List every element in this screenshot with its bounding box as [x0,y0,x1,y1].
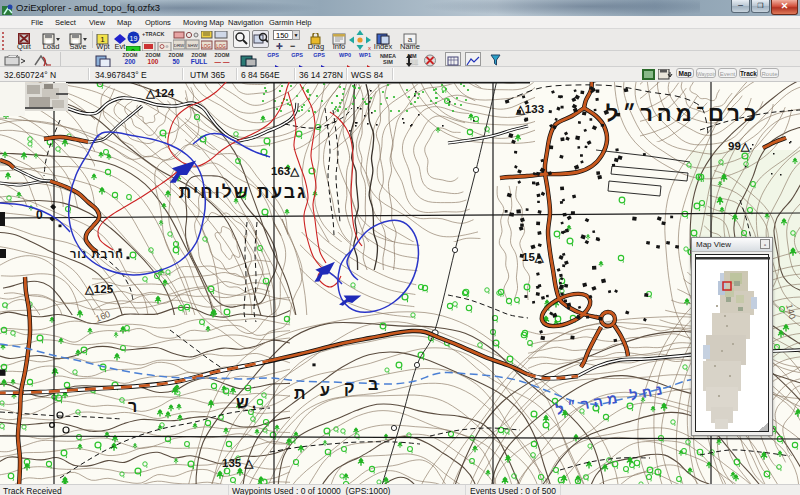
svg-text:LOG: LOG [201,44,211,49]
svg-text:DRW: DRW [174,43,185,48]
svg-text:,: , [252,395,256,411]
svg-text:ש: ש [236,394,249,411]
svg-text:△124: △124 [145,87,175,99]
svg-text:135 △: 135 △ [222,457,254,469]
svg-text:19: 19 [130,35,138,42]
svg-text:△133: △133 [515,103,544,115]
svg-text:15△: 15△ [522,251,545,263]
svg-text:163△: 163△ [271,165,300,177]
svg-text:ב: ב [368,376,378,393]
svg-text:99△: 99△ [728,140,751,152]
svg-text:ר: ר [128,398,137,415]
svg-text:ק: ק [344,379,354,396]
svg-text:△125: △125 [84,283,114,295]
svg-text:ע: ע [320,382,330,399]
svg-text:גבעת שלוחית: גבעת שלוחית [179,182,308,202]
svg-text:ת: ת [294,385,305,402]
svg-text:SHW: SHW [187,43,198,48]
svg-text:LOG: LOG [216,44,226,49]
svg-text:כרם־מהר״ל: כרם־מהר״ל [606,101,760,126]
svg-text:חרבת נור: חרבת נור [70,248,124,260]
